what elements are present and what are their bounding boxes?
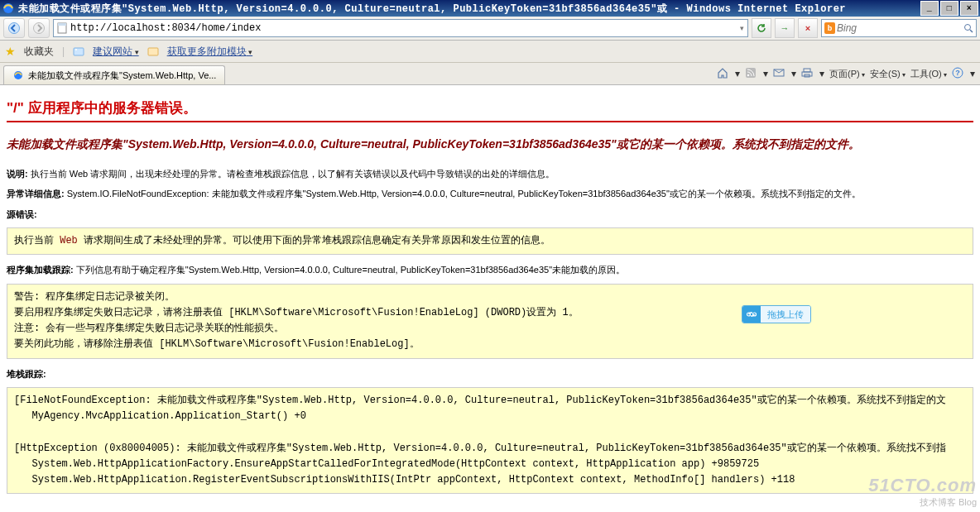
assembly-load-line: 程序集加载跟踪: 下列信息有助于确定程序集"System.Web.Http, V… [7, 263, 973, 277]
tools-menu[interactable]: 工具(O) [910, 68, 947, 80]
maximize-button[interactable]: □ [940, 1, 958, 16]
svg-point-1 [9, 23, 20, 34]
search-box[interactable]: b [821, 19, 977, 37]
svg-text:?: ? [955, 69, 960, 77]
tab-strip: 未能加载文件或程序集"System.Web.Http, Ve... ▾ ▾ ▾ … [0, 63, 980, 85]
svg-point-12 [747, 74, 750, 77]
forward-button[interactable] [28, 18, 50, 38]
page-menu[interactable]: 页面(P) [829, 68, 865, 80]
src-web: Web [60, 235, 78, 246]
assembly-load-label: 程序集加载跟踪: [7, 265, 74, 275]
favorites-bar: ★ 收藏夹 | 建议网站 获取更多附加模块 [0, 41, 980, 63]
ie-page-icon [12, 69, 24, 81]
command-bar: ▾ ▾ ▾ ▾ 页面(P) 安全(S) 工具(O) ?▾ [717, 63, 980, 84]
close-button[interactable]: × [960, 1, 978, 16]
go-button[interactable]: → [775, 18, 795, 38]
back-button[interactable] [3, 18, 25, 38]
url-input[interactable] [69, 22, 738, 35]
svg-rect-9 [148, 48, 158, 55]
description-label: 说明: [7, 169, 28, 179]
stack-trace-label: 堆栈跟踪: [7, 369, 46, 379]
stop-button[interactable]: × [798, 18, 818, 38]
home-icon[interactable] [717, 67, 730, 80]
mail-icon[interactable] [773, 67, 786, 80]
src-post: 请求期间生成了未经处理的异常。可以使用下面的异常堆栈跟踪信息确定有关异常原因和发… [78, 235, 550, 246]
address-bar[interactable]: ▾ [53, 19, 748, 37]
svg-point-5 [965, 25, 971, 31]
refresh-button[interactable] [752, 18, 771, 38]
safety-menu[interactable]: 安全(S) [870, 68, 906, 80]
error-page: "/" 应用程序中的服务器错误。 未能加载文件或程序集"System.Web.H… [0, 85, 980, 509]
browser-tab[interactable]: 未能加载文件或程序集"System.Web.Http, Ve... [3, 65, 225, 84]
nav-toolbar: ▾ → × b [0, 17, 980, 41]
svg-rect-7 [74, 48, 84, 55]
ie-logo-icon [2, 2, 15, 15]
favorites-star-icon[interactable]: ★ [5, 45, 16, 58]
error-heading: "/" 应用程序中的服务器错误。 [7, 98, 973, 117]
link-icon [742, 306, 761, 323]
svg-rect-14 [804, 69, 810, 72]
svg-line-6 [970, 30, 973, 32]
print-icon[interactable] [801, 67, 814, 80]
dropdown-icon[interactable]: ▾ [738, 24, 746, 32]
src-pre: 执行当前 [14, 235, 60, 246]
feeds-icon[interactable] [745, 67, 758, 80]
favorites-label[interactable]: 收藏夹 [24, 45, 54, 59]
svg-point-2 [34, 23, 45, 34]
tab-title: 未能加载文件或程序集"System.Web.Http, Ve... [28, 69, 216, 82]
minimize-button[interactable]: _ [920, 1, 939, 16]
drag-upload-button[interactable]: 拖拽上传 [742, 305, 811, 323]
exception-label: 异常详细信息: [7, 189, 65, 199]
suggested-sites-icon [73, 45, 84, 57]
svg-rect-11 [746, 68, 756, 78]
page-icon [55, 22, 69, 35]
assembly-load-box: 警告: 程序集绑定日志记录被关闭。 要启用程序集绑定失败日志记录，请将注册表值 … [7, 284, 973, 359]
description-line: 说明: 执行当前 Web 请求期间，出现未经处理的异常。请检查堆栈跟踪信息，以了… [7, 167, 973, 181]
get-addons-link[interactable]: 获取更多附加模块 [167, 45, 253, 59]
source-error-label-line: 源错误: [7, 208, 973, 222]
assembly-load-text: 下列信息有助于确定程序集"System.Web.Http, Version=4.… [76, 265, 625, 275]
source-error-label: 源错误: [7, 209, 37, 219]
stack-trace-box: [FileNotFoundException: 未能加载文件或程序集"Syste… [7, 387, 973, 494]
suggested-sites-link[interactable]: 建议网站 [93, 45, 139, 59]
window-titlebar: 未能加载文件或程序集"System.Web.Http, Version=4.0.… [0, 0, 980, 17]
search-icon[interactable] [963, 23, 973, 33]
drag-upload-label: 拖拽上传 [761, 306, 810, 323]
svg-point-8 [75, 49, 77, 50]
stack-trace-label-line: 堆栈跟踪: [7, 367, 973, 381]
description-text: 执行当前 Web 请求期间，出现未经处理的异常。请检查堆栈跟踪信息，以了解有关该… [31, 169, 555, 179]
divider [7, 121, 973, 122]
bing-icon: b [824, 22, 835, 34]
error-subheading: 未能加载文件或程序集"System.Web.Http, Version=4.0.… [7, 136, 973, 154]
exception-text: System.IO.FileNotFoundException: 未能加载文件或… [67, 189, 861, 199]
help-icon[interactable]: ? [952, 67, 965, 80]
search-input[interactable] [835, 22, 963, 35]
svg-rect-4 [58, 23, 66, 26]
exception-line: 异常详细信息: System.IO.FileNotFoundException:… [7, 187, 973, 201]
source-error-box: 执行当前 Web 请求期间生成了未经处理的异常。可以使用下面的异常堆栈跟踪信息确… [7, 227, 973, 255]
addons-icon [147, 45, 159, 57]
window-title: 未能加载文件或程序集"System.Web.Http, Version=4.0.… [18, 2, 919, 16]
